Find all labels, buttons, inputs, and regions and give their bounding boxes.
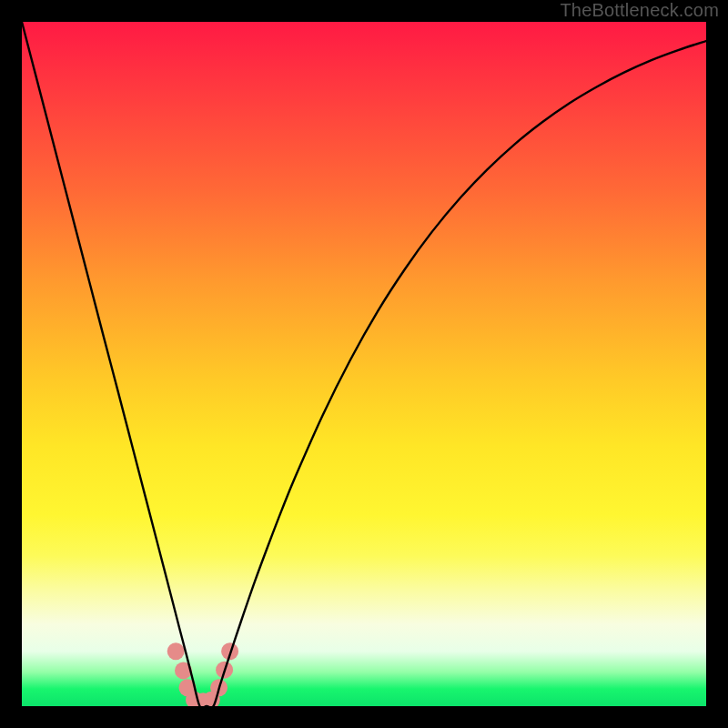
watermark-text: TheBottleneck.com: [560, 0, 719, 21]
chart-frame: TheBottleneck.com: [0, 0, 728, 728]
marker-layer: [167, 642, 238, 706]
bottleneck-curve: [22, 22, 706, 706]
marker-dot: [167, 642, 185, 660]
chart-svg: [22, 22, 706, 706]
plot-area: [22, 22, 706, 706]
